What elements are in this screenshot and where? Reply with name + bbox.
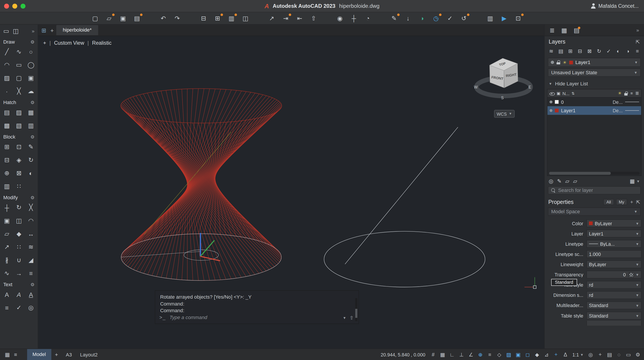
tool-boundary[interactable]: ▢ bbox=[14, 73, 24, 83]
tool-align[interactable]: ≡ bbox=[26, 268, 36, 278]
section-header-text[interactable]: Text⚙ bbox=[0, 279, 38, 288]
freeze-column-sun-icon[interactable]: ☀ bbox=[618, 91, 622, 95]
open-folder-icon[interactable]: ▱ bbox=[104, 13, 114, 23]
tool-spell-check[interactable]: ✓ bbox=[14, 303, 24, 312]
annotation-visibility-toggle[interactable]: Δ bbox=[562, 351, 569, 358]
tool-hatch-pattern-5[interactable]: ▧ bbox=[14, 121, 24, 130]
filter-my-button[interactable]: My bbox=[616, 199, 627, 205]
menu-icon[interactable]: ≡ bbox=[12, 352, 20, 358]
lock-layer-icon[interactable]: ⊠ bbox=[586, 47, 593, 55]
orbit-icon[interactable]: ◔ bbox=[363, 13, 372, 23]
chevron-down-icon[interactable]: ▼ bbox=[636, 179, 640, 183]
layout-tab-a3[interactable]: A3 bbox=[62, 350, 76, 359]
visibility-column-eye-icon[interactable] bbox=[550, 91, 554, 96]
model-tab[interactable]: Model bbox=[27, 349, 51, 360]
tool-hatch-pattern-6[interactable]: ▥ bbox=[26, 121, 36, 130]
sheet-set-palette-tab-icon[interactable]: ▤ bbox=[574, 26, 580, 34]
minimize-window-button[interactable] bbox=[12, 3, 17, 8]
layout-preview-icon[interactable]: ▦ bbox=[3, 352, 12, 358]
audit-icon[interactable]: ✓ bbox=[445, 13, 454, 23]
tool-write-block[interactable]: ⊟ bbox=[2, 155, 12, 165]
layer-state-dropdown[interactable]: Unsaved Layer State ▼ bbox=[548, 68, 641, 77]
section-header-modify[interactable]: Modify⚙ bbox=[0, 192, 38, 201]
tool-polyline[interactable]: ∿ bbox=[14, 47, 24, 56]
tool-revision-cloud[interactable]: ☁ bbox=[26, 86, 36, 96]
page-setup-icon[interactable]: ▥ bbox=[227, 13, 236, 23]
layout-tab-layout2[interactable]: Layout2 bbox=[76, 350, 102, 359]
layers-palette-tab-icon[interactable]: ≣ bbox=[550, 26, 555, 34]
folder-new-icon[interactable]: ▱ bbox=[573, 178, 577, 184]
property-value-multileader[interactable]: Standard▼ bbox=[586, 302, 642, 309]
property-value-lineweight[interactable]: ByLayer▼ bbox=[586, 260, 642, 268]
drawing-compare-icon[interactable]: ◑ bbox=[417, 13, 427, 23]
annotation-scale-control[interactable]: 1:1 ▼ bbox=[572, 352, 584, 357]
tool-join[interactable]: ∪ bbox=[14, 255, 24, 265]
gear-icon[interactable]: ⚙ bbox=[30, 134, 34, 140]
isolate-objects-toggle[interactable]: ◌ bbox=[615, 351, 622, 358]
viewport-menu-button[interactable]: + bbox=[43, 40, 46, 46]
chevron-down-icon[interactable]: ▼ bbox=[634, 60, 638, 64]
tool-lengthen[interactable]: → bbox=[14, 268, 24, 278]
property-value-linetype-sc[interactable]: 1.000 bbox=[586, 250, 642, 258]
tool-text-underline[interactable]: A bbox=[26, 290, 36, 299]
tool-attach-xref[interactable]: ⊕ bbox=[2, 168, 12, 178]
tool-circle[interactable]: ○ bbox=[26, 47, 36, 56]
customize-toggle[interactable]: ⚙ bbox=[634, 351, 642, 358]
view-options-grid-icon[interactable]: ▦ bbox=[630, 178, 635, 184]
scrollbar-thumb[interactable] bbox=[549, 172, 611, 175]
save-as-icon[interactable]: ▤ bbox=[132, 13, 142, 23]
tool-block-editor[interactable]: ✎ bbox=[26, 142, 36, 152]
view-name-control[interactable]: Custom View bbox=[54, 40, 84, 46]
layer-settings-icon[interactable]: ≡ bbox=[634, 47, 641, 55]
redo-icon[interactable]: ↷ bbox=[172, 13, 182, 23]
tool-rotate[interactable]: ↻ bbox=[14, 202, 24, 212]
undock-panel-icon[interactable]: ⇱ bbox=[636, 199, 640, 205]
gear-icon[interactable]: ⚙ bbox=[30, 100, 34, 105]
share-view-icon[interactable]: ⇧ bbox=[309, 13, 318, 23]
palette-overflow-chevron-icon[interactable]: » bbox=[636, 27, 639, 33]
export-icon[interactable]: ⇤ bbox=[295, 13, 304, 23]
tool-text[interactable]: A bbox=[2, 290, 12, 299]
property-value-partial[interactable] bbox=[586, 321, 642, 326]
tool-adjust[interactable]: ◐ bbox=[26, 168, 36, 178]
tool-blend[interactable]: ∿ bbox=[2, 268, 12, 278]
tool-sync-attributes[interactable]: ↻ bbox=[26, 155, 36, 165]
isolate-icon[interactable]: ◎ bbox=[549, 178, 553, 184]
properties-palette-tab-icon[interactable]: ▦ bbox=[562, 26, 567, 34]
dynamic-ucs-toggle[interactable]: ⊿ bbox=[543, 351, 550, 358]
scrollbar-thumb[interactable] bbox=[355, 309, 357, 318]
viewport-single-icon[interactable]: ▭ bbox=[3, 27, 9, 35]
quick-properties-toggle[interactable]: ▤ bbox=[606, 351, 613, 358]
merge-layer-icon[interactable]: ✓ bbox=[605, 47, 612, 55]
osnap-track-toggle[interactable]: ⊕ bbox=[477, 351, 484, 358]
selection-scope-dropdown[interactable]: Model Space ▼ bbox=[548, 207, 641, 216]
command-window[interactable]: Rotate arrayed objects? [Yes/No] <Y>: _Y… bbox=[155, 290, 359, 324]
sort-icon[interactable]: ⇅ bbox=[572, 91, 575, 95]
tool-chamfer[interactable]: ◢ bbox=[26, 255, 36, 265]
selection-cycling-toggle[interactable]: ▣ bbox=[514, 351, 522, 358]
unisolate-layer-icon[interactable]: ◑ bbox=[624, 47, 632, 55]
hide-layer-list-toggle[interactable]: ▼ Hide Layer List bbox=[545, 78, 644, 88]
current-layer-bar[interactable]: ☀ Layer1 ▼ bbox=[548, 58, 641, 67]
property-value-transparency[interactable]: 0▼ bbox=[586, 271, 642, 278]
property-value-dimension-s[interactable]: rd▼ bbox=[586, 291, 642, 299]
tool-trim[interactable]: ╳ bbox=[26, 202, 36, 212]
viewport-multi-icon[interactable]: ◫ bbox=[13, 27, 19, 35]
drawing-area[interactable]: WSETOPFRONTRIGHT ⊞ + hiperboloide* + | C… bbox=[38, 25, 544, 349]
layer-row-0[interactable]: 0De... bbox=[548, 98, 641, 106]
select-all-icon[interactable]: ▣ bbox=[556, 91, 560, 95]
new-file-icon[interactable]: ▢ bbox=[90, 13, 100, 23]
tool-insert-block[interactable]: ⊞ bbox=[2, 142, 12, 152]
purge-icon[interactable]: ↺ bbox=[459, 13, 468, 23]
file-tab-hiperboloide[interactable]: hiperboloide* bbox=[56, 25, 98, 35]
tab-grid-icon[interactable]: ⊞ bbox=[42, 27, 46, 33]
transparency-toggle[interactable]: ▨ bbox=[505, 351, 512, 358]
tool-underlay-layers[interactable]: ▥ bbox=[2, 181, 12, 191]
transparency-checker-icon[interactable] bbox=[629, 272, 634, 277]
osnap-toggle[interactable]: ◻ bbox=[524, 351, 531, 358]
list-menu-icon[interactable]: ≣ bbox=[635, 91, 639, 96]
dynamic-input-toggle[interactable]: ＋ bbox=[552, 351, 560, 358]
desktop-analytics-icon[interactable]: ⊡ bbox=[513, 13, 523, 23]
ucs-dropdown[interactable]: WCS ▼ bbox=[494, 110, 514, 118]
tool-hatch-pattern-4[interactable]: ▩ bbox=[2, 121, 12, 130]
